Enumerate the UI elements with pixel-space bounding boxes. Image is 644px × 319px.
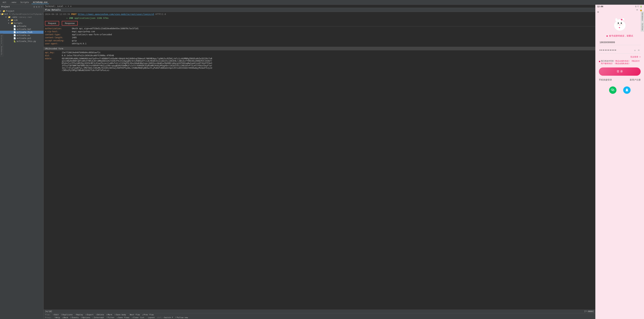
project-sidebar: Project ≡ ⇅ ⚙ − ▼ 📁 Project ▼ 📁 mit xyxy=(0,5,44,319)
header-accept-encoding-key: accept-encoding: xyxy=(45,40,72,42)
cat-avatar: ♥ ⟨ xyxy=(612,16,628,32)
mobile-top-icons: 👁 🔒 xyxy=(596,8,644,12)
login-button[interactable]: 登 录 xyxy=(599,68,641,76)
terminal-plus[interactable]: + xyxy=(68,5,69,8)
main-layout: Project ≡ ⇅ ⚙ − ▼ 📁 Project ▼ 📁 mit xyxy=(0,5,644,319)
tree-activate-ps1-label: activate.ps1 xyxy=(16,37,31,40)
terminal-chevron[interactable]: ∨ xyxy=(70,5,72,8)
request-url[interactable]: https://mapi.appvipshop.com/vips-mobile/… xyxy=(78,13,154,16)
kb-filter[interactable]: f Filter xyxy=(106,316,114,319)
form-did-val: 0.0.1e5ac75b1dfa22c265610ca66753900a.479… xyxy=(62,54,114,57)
header-content-type-val: application/x-www-form-urlencoded xyxy=(72,34,112,36)
terminal-local-tab[interactable]: Local ✕ xyxy=(57,5,66,8)
kb-save-body[interactable]: b Save body xyxy=(115,314,126,316)
eye-icon[interactable]: 👁 xyxy=(636,9,638,11)
request-tab[interactable]: Request xyxy=(45,21,59,26)
svg-point-24 xyxy=(627,90,627,90)
header-content-length: content-length: 1485 xyxy=(45,36,594,39)
tree-scripts[interactable]: ▼ 📁 Scripts xyxy=(0,22,44,25)
mobile-close-button[interactable]: ✕ xyxy=(597,10,599,14)
kb-mark[interactable]: m Mark xyxy=(106,314,112,316)
tab-mitmdump[interactable]: mitmdump.exe xyxy=(32,1,49,4)
agree-link-privacy[interactable]: 《唯品会隐私条款》 xyxy=(614,62,630,64)
tab-scripts[interactable]: Scripts xyxy=(19,1,30,4)
request-method: POST xyxy=(71,13,76,16)
register-link[interactable]: 新用户注册 xyxy=(630,78,641,82)
kb-layout[interactable]: - Layout xyxy=(147,316,155,319)
kb-next-flow[interactable]: _ Next flow xyxy=(128,314,140,316)
tree-activate-nu[interactable]: 📄 activate.nu xyxy=(0,34,44,37)
agree-check-icon[interactable]: ● xyxy=(599,60,600,62)
tab-mit[interactable]: mit xyxy=(1,1,8,4)
response-tab[interactable]: Response xyxy=(62,21,78,26)
tree-activate-ps1[interactable]: 📄 activate.ps1 xyxy=(0,37,44,40)
kb-intercept[interactable]: i Intercept xyxy=(92,316,104,319)
keybindings: Flow: e Edit D Duplicate r Replay e Expo… xyxy=(44,313,595,319)
error-text: ● 账号或密码错误，请重试 xyxy=(606,34,633,38)
kb-duplicate[interactable]: D Duplicate xyxy=(61,314,72,316)
tab-venv[interactable]: .venv xyxy=(9,1,18,4)
password-clear-icon[interactable]: ⊗ xyxy=(634,49,636,52)
tree-activate[interactable]: 📄 activate xyxy=(0,25,44,28)
response-time: 67ms xyxy=(104,17,108,19)
header-accept-encoding: accept-encoding: gzip xyxy=(45,39,594,42)
header-content-type: content-type: application/x-www-form-url… xyxy=(45,33,594,36)
kb-help[interactable]: ? Help xyxy=(54,316,60,319)
tree-activate-this-py[interactable]: 🐍 activate_this.py xyxy=(0,40,44,43)
request-protocol: HTTP/2.0 xyxy=(156,13,166,16)
header-content-length-key: content-length: xyxy=(45,36,72,39)
kb-save-flows[interactable]: w Save flows xyxy=(117,316,130,319)
right-tab-sciview[interactable]: SciView xyxy=(641,22,644,32)
sidebar-icon-4[interactable]: − xyxy=(41,5,42,8)
sidebar-icon-2[interactable]: ⇅ xyxy=(36,5,37,8)
kb-delete[interactable]: d Delete xyxy=(96,314,104,316)
tree-venv[interactable]: ▼ 📁 .venv library root xyxy=(0,16,44,19)
left-tab-bookmarks[interactable]: Bookmarks xyxy=(0,45,3,56)
wechat-icon xyxy=(611,88,615,92)
mobile-time: 12:06 xyxy=(597,5,603,8)
kb-prev-flow[interactable]: p Prev flow xyxy=(142,314,154,316)
kb-back[interactable]: q Back xyxy=(62,316,68,319)
keybinding-row-1: Flow: e Edit D Duplicate r Replay e Expo… xyxy=(44,313,595,316)
tree-lib[interactable]: ▶ 📁 Lib xyxy=(0,19,44,22)
qq-login-button[interactable] xyxy=(623,86,630,94)
status-port: [*:9888] xyxy=(584,310,594,312)
wechat-login-button[interactable] xyxy=(609,86,616,94)
kb-clear-list[interactable]: z Clear list xyxy=(132,316,144,319)
terminal-close[interactable]: ✕ xyxy=(65,5,66,8)
svg-text:♥: ♥ xyxy=(619,27,620,29)
tree-mit[interactable]: ▼ 📁 mit E:\PycharmProjects\luffySpider\m… xyxy=(0,12,44,16)
tree-project[interactable]: ▼ 📁 Project xyxy=(0,10,44,12)
header-user-agent-key: user-agent: xyxy=(45,42,72,45)
kb-options[interactable]: O Options xyxy=(81,316,90,319)
sidebar-icon-1[interactable]: ≡ xyxy=(34,5,35,8)
phone-input[interactable] xyxy=(599,40,641,45)
kb-export[interactable]: e Export xyxy=(86,314,94,316)
kb-switch[interactable]: ctrl → Switch F xyxy=(157,316,173,319)
kb-follow-new[interactable]: F Follow new xyxy=(176,316,188,319)
tree-activate-fish[interactable]: 📄 activate.fish xyxy=(0,31,44,34)
header-x-vip-host-val: mapi.appvipshop.com xyxy=(72,30,95,33)
header-user-agent-val: okhttp/4.9.1 xyxy=(72,42,86,45)
quick-login-link[interactable]: 手机快捷登录 xyxy=(599,78,612,82)
form-api-key-label: api_key: xyxy=(45,51,62,54)
kb-edit[interactable]: e Edit xyxy=(53,314,59,316)
header-x-vip-host: x-vip-host: mapi.appvipshop.com xyxy=(45,30,594,33)
password-eye-icon[interactable]: 👁 xyxy=(638,49,640,52)
svg-point-8 xyxy=(619,24,620,25)
left-tab-structure[interactable]: Structure xyxy=(0,34,3,45)
right-tab-database[interactable]: Database xyxy=(641,12,644,22)
svg-point-7 xyxy=(621,23,622,23)
form-edata: edata: OD1OM2E0MzA0NjJkNWU0OC4aV7pdYnvTt… xyxy=(45,57,594,72)
tree-activate-bat[interactable]: 📄 activate.bat xyxy=(0,28,44,31)
tree-activate-bat-label: activate.bat xyxy=(16,28,31,30)
kb-flow-label: Flow: xyxy=(45,314,50,316)
header-authorization-key: authorization: xyxy=(45,27,72,30)
sidebar-icon-3[interactable]: ⚙ xyxy=(38,5,40,8)
kb-replay[interactable]: r Replay xyxy=(75,314,83,316)
kb-events[interactable]: E Events xyxy=(70,316,78,319)
top-bar: mit .venv Scripts mitmdump.exe xyxy=(0,0,644,5)
login-hint[interactable]: 无法登录 > xyxy=(599,56,641,58)
agree-link-service[interactable]: 《唯品会服务条款》 xyxy=(614,60,630,62)
lock-icon[interactable]: 🔒 xyxy=(640,9,642,11)
